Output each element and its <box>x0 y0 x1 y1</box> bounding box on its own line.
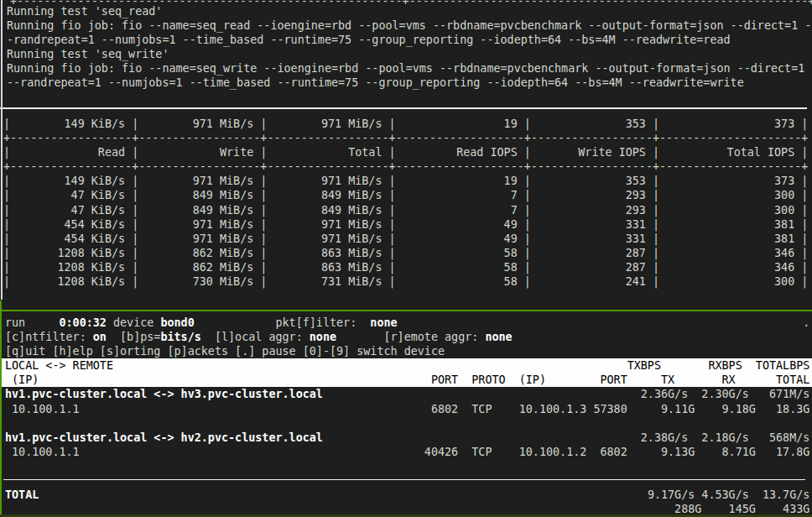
netmon-header-row-1: LOCAL <-> REMOTETXBPS RXBPS TOTALBPS <box>2 358 812 373</box>
cursor-dot: . <box>803 316 809 330</box>
terminal-pane-netmon[interactable]: run 0:00:32 device bond0 pkt[f]ilter: no… <box>5 316 809 516</box>
fio-log-line: Running fio job: fio --name=seq_write --… <box>7 61 811 76</box>
bps-columns-header: TXBPS RXBPS TOTALBPS <box>627 358 810 373</box>
connection-hosts: hv1.pvc-cluster.local <-> hv3.pvc-cluste… <box>5 388 323 400</box>
fio-table-line: | 454 KiB/s | 971 MiB/s | 971 MiB/s | 49… <box>3 232 808 246</box>
fio-log-line: -randrepeat=1 --numjobs=1 --time_based -… <box>7 33 811 47</box>
bps-value: bits/s <box>160 331 200 343</box>
connection-hosts: hv1.pvc-cluster.local <-> hv2.pvc-cluste… <box>5 431 323 444</box>
fio-table-line: | 1208 KiB/s | 730 MiB/s | 731 MiB/s | 5… <box>3 274 808 289</box>
netmon-keybar: [q]uit [h]elp [s]orting [p]ackets [.] pa… <box>5 344 809 358</box>
connection-hosts-row: hv1.pvc-cluster.local <-> hv3.pvc-cluste… <box>5 387 809 401</box>
fio-table-line: | Read | Write | Total | Read IOPS | Wri… <box>3 145 808 159</box>
fio-log-line: Running fio job: fio --name=seq_read --i… <box>7 18 811 33</box>
blank-line <box>5 459 809 473</box>
cntfilter-value: on <box>93 331 107 343</box>
total-rates: 9.17G/s 4.53G/s 13.7G/s <box>648 488 809 502</box>
local-aggr-label: [l]ocal aggr: <box>201 331 310 343</box>
fio-log-line: Running test 'seq_read' <box>7 4 811 18</box>
local-aggr-value: none <box>310 331 336 343</box>
fio-results-table: | 149 KiB/s | 971 MiB/s | 971 MiB/s | 19… <box>3 117 808 289</box>
fio-log-line: Running test 'seq_write' <box>7 47 811 61</box>
connection-rates: 2.38G/s 2.18G/s 568M/s <box>641 431 810 445</box>
terminal-window: +---------------------------------------… <box>0 0 812 517</box>
fio-log-section: +---------------------------------------… <box>7 4 811 91</box>
remote-aggr-label: [r]emote aggr: <box>336 331 485 343</box>
total-row: TOTAL9.17G/s 4.53G/s 13.7G/s <box>5 488 809 502</box>
fio-table-line: | 47 KiB/s | 849 MiB/s | 849 MiB/s | 7 |… <box>3 188 808 202</box>
netmon-header-row-2: (IP) PORT PROTO (IP) PORT TX RX TOTAL <box>2 373 812 387</box>
active-pane-border-top <box>0 310 812 311</box>
connection-detail-row: 10.100.1.1 40426 TCP 10.100.1.2 6802 9.1… <box>5 445 809 459</box>
inactive-pane-border-left <box>1 0 3 300</box>
total-volumes: 288G 145G 433G <box>674 502 809 516</box>
total-volumes-row: 288G 145G 433G <box>5 502 809 516</box>
fio-table-line: | 149 KiB/s | 971 MiB/s | 971 MiB/s | 19… <box>3 117 808 131</box>
total-separator-rule <box>3 479 805 480</box>
blank-line <box>5 416 809 431</box>
fio-table-line: +------------------+------------------+-… <box>3 159 808 174</box>
connection-hosts-row: hv1.pvc-cluster.local <-> hv2.pvc-cluste… <box>5 431 809 445</box>
fio-table-line: +------------------+------------------+-… <box>3 131 808 145</box>
pkt-filter-value: none <box>370 316 397 329</box>
active-pane-border-left <box>0 300 2 517</box>
blank-line <box>5 473 809 488</box>
netmon-status-line-filters: [c]ntfilter: on [b]ps=bits/s [l]ocal agg… <box>5 330 809 344</box>
fio-log-line: --randrepeat=1 --numjobs=1 --time_based … <box>7 76 811 90</box>
fio-table-line: | 47 KiB/s | 849 MiB/s | 849 MiB/s | 7 |… <box>3 203 808 217</box>
pane-divider-horizontal <box>0 107 807 109</box>
remote-aggr-value: none <box>485 331 512 343</box>
cntfilter-label: [c]ntfilter: <box>5 331 93 343</box>
fio-table-line: | 1208 KiB/s | 862 MiB/s | 863 MiB/s | 5… <box>3 246 808 260</box>
netmon-status-line-run: run 0:00:32 device bond0 pkt[f]ilter: no… <box>5 316 809 330</box>
total-label: TOTAL <box>5 488 39 501</box>
fio-table-line: | 149 KiB/s | 971 MiB/s | 971 MiB/s | 19… <box>3 174 808 188</box>
pkt-filter-label: pkt[f]ilter: <box>195 316 371 329</box>
connection-rates: 2.36G/s 2.30G/s 671M/s <box>641 387 810 401</box>
local-remote-header: LOCAL <-> REMOTE <box>5 359 113 372</box>
device-value: bond0 <box>160 316 194 329</box>
uptime-value: 0:00:32 <box>60 316 107 329</box>
device-label: device <box>107 316 161 329</box>
run-label: run <box>5 316 60 329</box>
fio-table-line: | 1208 KiB/s | 862 MiB/s | 863 MiB/s | 5… <box>3 260 808 274</box>
connection-detail-row: 10.100.1.1 6802 TCP 10.100.1.3 57380 9.1… <box>5 402 809 416</box>
fio-table-line: | 454 KiB/s | 971 MiB/s | 971 MiB/s | 49… <box>3 217 808 232</box>
bps-label: [b]ps= <box>107 331 161 343</box>
